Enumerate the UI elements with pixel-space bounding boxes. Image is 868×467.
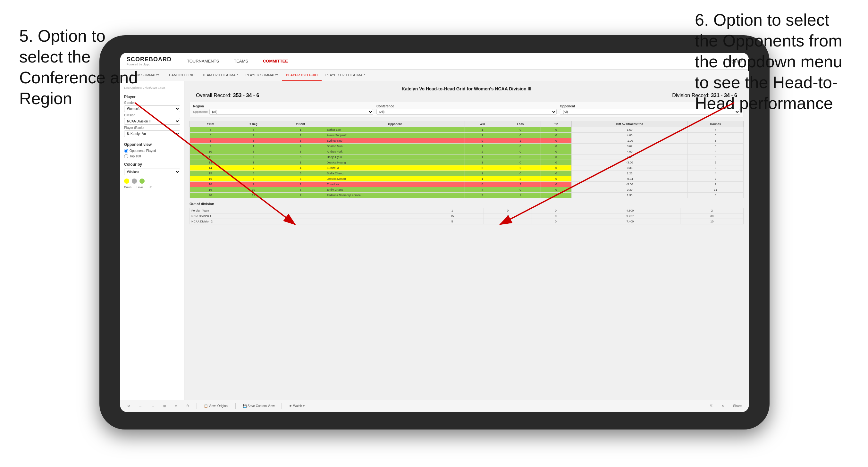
colour-by-label: Colour by <box>124 162 180 167</box>
cell-diff: 4.00 <box>572 149 688 155</box>
cell-win: 2 <box>465 193 500 198</box>
out-of-division-title: Out of division <box>189 202 744 206</box>
radio-opponents-played[interactable]: Opponents Played <box>124 149 180 153</box>
nav-committee[interactable]: COMMITTEE <box>260 57 290 65</box>
watch-btn[interactable]: 👁 Watch ▾ <box>287 403 307 409</box>
cell-rounds: 3 <box>688 133 744 138</box>
conference-select[interactable]: (All) <box>376 109 557 115</box>
cell-reg: 10 <box>231 187 276 193</box>
opponent-view-label: Opponent view <box>124 142 180 147</box>
cell-div: 15 <box>190 171 231 176</box>
cell-win: 2 <box>465 149 500 155</box>
nav-tournaments[interactable]: TOURNAMENTS <box>184 57 222 65</box>
cell-loss: 0 <box>500 133 540 138</box>
nav-player-summary[interactable]: PLAYER SUMMARY <box>242 69 282 81</box>
grid-btn[interactable]: ⊞ <box>161 403 168 409</box>
bottom-toolbar: ↺ ← → ⊞ ✂ ⏱ 📋 View: Original 💾 Save Cust… <box>120 400 749 412</box>
nav-teams[interactable]: TEAMS <box>231 57 251 65</box>
opponents-sublabel: Opponents: <box>193 110 208 114</box>
history-btn[interactable]: ⏱ <box>184 403 191 409</box>
cell-div: 19 <box>190 187 231 193</box>
cell-loss: 2 <box>500 176 540 182</box>
cell-tie: 0 <box>540 193 572 198</box>
cell-win: 1 <box>465 160 500 165</box>
out-cell-loss: 0 <box>484 208 532 214</box>
conference-filter-label: Conference <box>376 104 557 108</box>
fwd-btn[interactable]: → <box>149 403 156 409</box>
cell-tie: 0 <box>540 138 572 144</box>
cell-reg: 3 <box>231 127 276 133</box>
col-loss: Loss <box>500 121 540 127</box>
cell-reg: 3 <box>231 176 276 182</box>
download-btn[interactable]: ⇲ <box>719 403 726 409</box>
nav-player-h2h-heatmap[interactable]: PLAYER H2H HEATMAP <box>321 69 369 81</box>
nav-team-h2h-heatmap[interactable]: TEAM H2H HEATMAP <box>198 69 242 81</box>
save-custom-view-btn[interactable]: 💾 Save Custom View <box>241 403 276 409</box>
view-original-btn[interactable]: 📋 View: Original <box>202 403 230 409</box>
cell-diff: -0.94 <box>572 176 688 182</box>
cell-conf: 7 <box>276 193 325 198</box>
undo-btn[interactable]: ↺ <box>125 403 132 409</box>
cell-div: 13 <box>190 160 231 165</box>
cell-opponent: Sydney Kuo <box>325 138 465 144</box>
cell-opponent: Federica Domecq Lacroze <box>325 193 465 198</box>
back-btn[interactable]: ← <box>137 403 144 409</box>
cell-tie: 0 <box>540 127 572 133</box>
share-label-btn[interactable]: Share <box>731 403 744 409</box>
cell-conf: 1 <box>276 160 325 165</box>
cell-rounds: 4 <box>688 127 744 133</box>
cell-div: 11 <box>190 155 231 160</box>
cell-rounds: 4 <box>688 171 744 176</box>
cell-opponent: Andrea York <box>325 149 465 155</box>
annotation-left: 5. Option to select the Conference and R… <box>19 26 141 109</box>
cell-conf: 3 <box>276 149 325 155</box>
cell-diff: 1.33 <box>572 193 688 198</box>
legend-up: Up <box>149 186 153 189</box>
toolbar-divider-2 <box>235 403 236 409</box>
cell-div: 14 <box>190 165 231 171</box>
cell-tie: 0 <box>540 160 572 165</box>
nav-team-h2h-grid[interactable]: TEAM H2H GRID <box>163 69 198 81</box>
cell-tie: 0 <box>540 144 572 149</box>
player-rank-select[interactable]: 8. Katelyn Vo <box>124 130 180 137</box>
cell-conf: 5 <box>276 171 325 176</box>
division-select[interactable]: NCAA Division III <box>124 118 180 125</box>
cell-diff: 0.30 <box>572 187 688 193</box>
cell-rounds: 3 <box>688 138 744 144</box>
cell-loss: 2 <box>500 182 540 187</box>
level-circle <box>132 179 137 184</box>
cut-btn[interactable]: ✂ <box>173 403 179 409</box>
out-of-division-table: Foreign Team 1 0 0 4.500 2 NAIA Division… <box>189 208 744 224</box>
cell-tie: 0 <box>540 155 572 160</box>
region-select[interactable]: (All) <box>209 109 373 115</box>
cell-diff: -3.00 <box>572 160 688 165</box>
cell-win: 1 <box>465 171 500 176</box>
region-filter-row: Opponents: (All) <box>193 109 373 115</box>
cell-rounds: 9 <box>688 165 744 171</box>
nav-player-h2h-grid[interactable]: PLAYER H2H GRID <box>282 69 321 81</box>
out-cell-team: Foreign Team <box>190 208 421 214</box>
filter-bar: Region Opponents: (All) Conference ( <box>189 102 744 118</box>
cell-div: 16 <box>190 176 231 182</box>
cell-conf: 3 <box>276 138 325 144</box>
col-div: # Div <box>190 121 231 127</box>
share-btn[interactable]: ⇱ <box>708 403 714 409</box>
tablet-screen: SCOREBOARD Powered by clippd TOURNAMENTS… <box>120 53 749 412</box>
main-content: Last Updated: 27/03/2024 14:34 Player Ge… <box>120 81 749 400</box>
cell-rounds: 3 <box>688 155 744 160</box>
cell-div: 6 <box>190 138 231 144</box>
cell-loss: 1 <box>500 138 540 144</box>
radio-top100[interactable]: Top 100 <box>124 154 180 158</box>
cell-rounds: 7 <box>688 176 744 182</box>
cell-reg: 2 <box>231 133 276 138</box>
cell-conf: 6 <box>276 176 325 182</box>
out-cell-diff: 4.500 <box>580 208 680 214</box>
col-rounds: Rounds <box>688 121 744 127</box>
content-header: Katelyn Vo Head-to-Head Grid for Women's… <box>189 86 744 98</box>
legend-labels: Down Level Up <box>124 186 180 189</box>
colour-by-select[interactable]: Win/loss <box>124 168 180 175</box>
out-cell-rounds: 30 <box>680 214 744 219</box>
col-win: Win <box>465 121 500 127</box>
legend-down: Down <box>124 186 131 189</box>
cell-div: 3 <box>190 127 231 133</box>
